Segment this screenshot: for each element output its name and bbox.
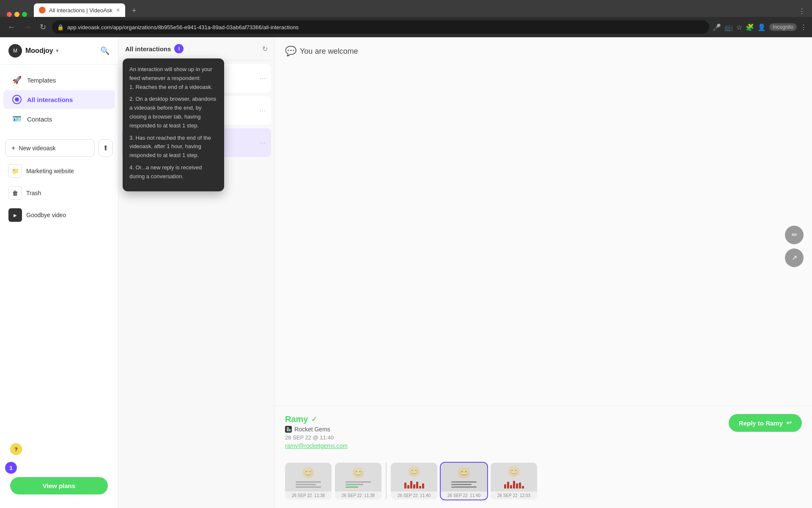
tooltip-item-4: 4. Or...a new reply is received during a… bbox=[129, 163, 217, 181]
tooltip-overlay: An interaction will show up in your feed… bbox=[123, 58, 224, 191]
import-icon: ⬆ bbox=[103, 144, 108, 152]
action-buttons: ✏ ↗ bbox=[785, 226, 804, 267]
tab-close-btn[interactable]: ✕ bbox=[116, 7, 120, 13]
video-thumb-top-4: 😊 bbox=[441, 463, 487, 491]
view-plans-button[interactable]: View plans bbox=[10, 477, 108, 494]
videoask-list: 📁 Marketing website ⋯ 🗑 Trash ⋯ ▶ Goodby… bbox=[0, 157, 118, 229]
sidebar-item-templates[interactable]: 🚀 Templates bbox=[3, 71, 115, 89]
tab-title: All interactions | VideoAsk bbox=[49, 7, 112, 14]
sidebar-nav: 🚀 Templates All interactions 🪪 Contacts bbox=[0, 65, 118, 134]
browser-menu-btn[interactable]: ⋮ bbox=[795, 6, 809, 17]
maximize-window-btn[interactable] bbox=[22, 12, 27, 17]
tab-favicon-icon bbox=[39, 7, 46, 14]
reply-button[interactable]: Reply to Ramy ↩ bbox=[729, 414, 802, 432]
extensions-icon[interactable]: 🧩 bbox=[746, 23, 754, 31]
help-button[interactable]: ? bbox=[10, 443, 22, 455]
video-thumb-top-2: 😊 bbox=[335, 463, 381, 491]
share-button[interactable]: ↗ bbox=[785, 248, 804, 267]
audio-bars-3 bbox=[402, 480, 427, 489]
mic-icon[interactable]: 🎤 bbox=[713, 23, 721, 31]
list-item-marketing-label: Marketing website bbox=[26, 168, 99, 174]
star-icon[interactable]: ☆ bbox=[736, 23, 742, 31]
video-thumb-1[interactable]: 😊 26 SEP 22 11:38 bbox=[285, 463, 332, 500]
sidebar-footer: ? 1 View plans bbox=[0, 440, 118, 508]
contact-org: 🏪 Rocket Gems bbox=[285, 426, 802, 433]
tooltip-item-1: 1. Reaches the end of a videoask. bbox=[129, 83, 217, 92]
sidebar-item-all-interactions-label: All interactions bbox=[27, 96, 73, 103]
new-videoask-area: + New videoask ⬆ bbox=[0, 134, 118, 157]
sidebar-item-contacts[interactable]: 🪪 Contacts bbox=[3, 110, 115, 128]
nav-icons: 🎤 📺 ☆ 🧩 👤 Incognito ⋮ bbox=[713, 23, 807, 31]
main-panel: 💬 You are welcome ✏ ↗ Ramy ✓ 🏪 Rocket Ge… bbox=[275, 37, 812, 508]
goodbye-thumb-icon: ▶ bbox=[8, 208, 22, 222]
forward-btn[interactable]: → bbox=[21, 21, 34, 33]
list-item-goodbye-label: Goodbye video bbox=[26, 212, 99, 218]
tooltip-item-3: 3. Has not reached the end of the videoa… bbox=[129, 134, 217, 160]
video-thumb-2[interactable]: 😊 26 SEP 22 11:38 bbox=[335, 463, 381, 500]
video-thumb-4[interactable]: 😊 26 SEP 22 11:40 bbox=[441, 463, 487, 500]
browser-menu-icon[interactable]: ⋮ bbox=[800, 23, 807, 31]
info-badge[interactable]: i bbox=[174, 44, 184, 53]
search-icon[interactable]: 🔍 bbox=[100, 46, 110, 55]
list-item-trash[interactable]: 🗑 Trash ⋯ bbox=[3, 182, 115, 204]
dropdown-arrow-icon: ▾ bbox=[56, 48, 58, 54]
verified-badge-icon: ✓ bbox=[311, 415, 317, 423]
video-thumb-date-2: 26 SEP 22 11:38 bbox=[335, 491, 381, 500]
import-button[interactable]: ⬆ bbox=[98, 139, 113, 157]
edit-button[interactable]: ✏ bbox=[785, 226, 804, 244]
browser-nav: ← → ↻ 🔒 app.videoask.com/app/organizatio… bbox=[0, 17, 812, 37]
org-icon: 🏪 bbox=[285, 426, 292, 433]
traffic-lights bbox=[7, 12, 27, 17]
card-menu-1[interactable]: ⋯ bbox=[259, 75, 266, 83]
card-menu-2[interactable]: ⋯ bbox=[259, 107, 266, 115]
video-thumb-top-5: 😊 bbox=[491, 463, 537, 491]
contacts-icon: 🪪 bbox=[12, 114, 22, 124]
avatar: M bbox=[8, 44, 22, 58]
audio-bars-5 bbox=[502, 480, 527, 489]
address-bar[interactable]: 🔒 app.videoask.com/app/organizations/8b9… bbox=[52, 20, 709, 34]
all-interactions-icon bbox=[12, 94, 22, 105]
sidebar: M Moodjoy ▾ 🔍 🚀 Templates bbox=[0, 37, 118, 508]
thumb-separator bbox=[386, 463, 387, 500]
sidebar-item-all-interactions[interactable]: All interactions bbox=[3, 90, 115, 109]
minimize-window-btn[interactable] bbox=[14, 12, 19, 17]
panel-header: All interactions i ↻ bbox=[118, 37, 274, 61]
browser-chrome: All interactions | VideoAsk ✕ + ⋮ ← → ↻ … bbox=[0, 0, 812, 37]
refresh-icon[interactable]: ↻ bbox=[262, 45, 268, 53]
back-btn[interactable]: ← bbox=[5, 21, 18, 33]
new-videoask-button[interactable]: + New videoask bbox=[5, 139, 95, 157]
browser-tabs: All interactions | VideoAsk ✕ + ⋮ bbox=[0, 0, 812, 17]
video-thumb-3[interactable]: 😊 26 SEP 22 11:40 bbox=[391, 463, 437, 500]
templates-icon: 🚀 bbox=[12, 75, 22, 85]
incognito-badge: Incognito bbox=[769, 23, 797, 31]
refresh-btn[interactable]: ↻ bbox=[37, 21, 49, 33]
new-tab-button[interactable]: + bbox=[129, 5, 140, 17]
video-thumb-5[interactable]: 😊 26 SEP 22 12:03 bbox=[491, 463, 537, 500]
list-item-goodbye[interactable]: ▶ Goodbye video ⋯ bbox=[3, 204, 115, 226]
tooltip-intro: An interaction will show up in your feed… bbox=[129, 65, 217, 83]
contact-name: Ramy ✓ bbox=[285, 414, 802, 424]
cast-icon[interactable]: 📺 bbox=[724, 23, 733, 31]
notification-badge[interactable]: 1 bbox=[5, 462, 17, 474]
address-text: app.videoask.com/app/organizations/8b955… bbox=[67, 24, 704, 30]
sidebar-item-templates-label: Templates bbox=[27, 77, 56, 84]
close-window-btn[interactable] bbox=[7, 12, 12, 17]
video-thumb-date-1: 26 SEP 22 11:38 bbox=[285, 491, 332, 500]
org-name[interactable]: Moodjoy ▾ bbox=[25, 47, 58, 55]
list-item-trash-label: Trash bbox=[26, 190, 99, 196]
video-thumbnails: 😊 26 SEP 22 11:38 😊 bbox=[275, 458, 812, 508]
trash-icon: 🗑 bbox=[8, 186, 22, 200]
plus-icon: + bbox=[11, 144, 15, 152]
browser-tab-active[interactable]: All interactions | VideoAsk ✕ bbox=[34, 3, 125, 17]
contact-email[interactable]: ramy@rocketgems.com bbox=[285, 442, 802, 449]
sidebar-header: M Moodjoy ▾ 🔍 bbox=[0, 37, 118, 65]
tooltip-item-2: 2. On a desktop browser, abandons a vide… bbox=[129, 95, 217, 130]
card-menu-3[interactable]: ⋯ bbox=[259, 139, 266, 147]
video-thumb-top-3: 😊 bbox=[391, 463, 437, 491]
app-layout: M Moodjoy ▾ 🔍 🚀 Templates bbox=[0, 37, 812, 508]
video-thumb-date-3: 26 SEP 22 11:40 bbox=[391, 491, 437, 500]
contact-date: 26 SEP 22 @ 11:40 bbox=[285, 434, 802, 441]
tooltip-items: 1. Reaches the end of a videoask. 2. On … bbox=[129, 83, 217, 181]
list-item-marketing[interactable]: 📁 Marketing website ⋯ bbox=[3, 160, 115, 182]
profile-icon[interactable]: 👤 bbox=[757, 23, 766, 31]
